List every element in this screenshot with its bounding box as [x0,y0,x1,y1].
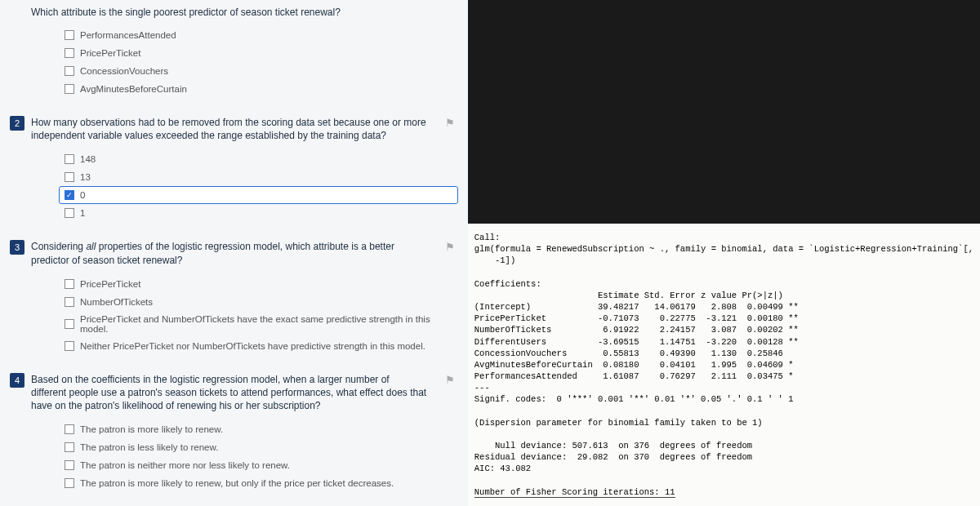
option-label: The patron is more likely to renew, but … [80,478,394,488]
option-label: Neither PricePerTicket nor NumberOfTicke… [80,341,425,351]
option-row[interactable]: NumberOfTickets [59,293,458,311]
option-label: The patron is more likely to renew. [80,424,223,434]
option-label: PricePerTicket [80,279,140,289]
option-row[interactable]: PricePerTicket [59,275,458,293]
checkbox[interactable] [65,66,74,76]
option-label: PricePerTicket and NumberOfTickets have … [80,314,452,334]
q3-prompt-pre: Considering [31,241,86,252]
option-row[interactable]: 13 [59,168,458,186]
checkbox[interactable] [65,297,74,307]
option-label: The patron is less likely to renew. [80,442,218,452]
question-1-options: PerformancesAttendedPricePerTicketConces… [59,26,458,98]
flag-icon[interactable]: ⚑ [442,373,458,387]
question-1: Which attribute is the single poorest pr… [10,7,458,98]
option-label: PerformancesAttended [80,30,176,40]
flag-icon[interactable]: ⚑ [442,116,458,130]
option-row[interactable]: PricePerTicket and NumberOfTickets have … [59,311,458,337]
option-label: 1 [80,208,85,218]
question-4-options: The patron is more likely to renew.The p… [59,420,458,492]
checkbox[interactable] [65,48,74,58]
option-row[interactable]: AvgMinutesBeforeCurtain [59,80,458,98]
option-label: ConcessionVouchers [80,66,168,76]
checkbox[interactable] [65,442,74,452]
question-number: 4 [10,373,24,388]
question-1-prompt: Which attribute is the single poorest pr… [31,7,458,18]
option-row[interactable]: The patron is more likely to renew, but … [59,474,458,492]
option-row[interactable]: 1 [59,204,458,222]
option-label: PricePerTicket [80,48,140,58]
checkbox[interactable] [65,424,74,434]
option-row[interactable]: Neither PricePerTicket nor NumberOfTicke… [59,337,458,355]
question-number: 2 [10,116,24,131]
option-row[interactable]: ConcessionVouchers [59,62,458,80]
question-2-options: 14813✓01 [59,150,458,222]
checkbox[interactable]: ✓ [65,190,74,200]
checkbox[interactable] [65,154,74,164]
option-row[interactable]: 148 [59,150,458,168]
option-row[interactable]: The patron is less likely to renew. [59,438,458,456]
checkbox[interactable] [65,478,74,488]
checkbox[interactable] [65,208,74,218]
option-label: The patron is neither more nor less like… [80,460,290,470]
question-number: 3 [10,240,24,255]
question-3: 3 Considering all properties of the logi… [10,240,458,354]
option-row[interactable]: PerformancesAttended [59,26,458,44]
question-2: 2 How many observations had to be remove… [10,116,458,222]
option-label: 148 [80,154,96,164]
checkbox[interactable] [65,460,74,470]
question-4-prompt: Based on the coefficients in the logisti… [31,373,435,413]
q3-prompt-em: all [86,241,96,252]
option-row[interactable]: ✓0 [59,186,458,204]
checkbox[interactable] [65,319,74,329]
checkbox[interactable] [65,279,74,289]
option-label: 13 [80,172,91,182]
checkbox[interactable] [65,172,74,182]
checkbox[interactable] [65,30,74,40]
option-label: AvgMinutesBeforeCurtain [80,84,187,94]
console-pane: Call: glm(formula = RenewedSubscription … [468,0,980,506]
r-console-output: Call: glm(formula = RenewedSubscription … [468,224,980,506]
checkbox[interactable] [65,84,74,94]
question-4: 4 Based on the coefficients in the logis… [10,373,458,493]
flag-icon[interactable]: ⚑ [442,240,458,254]
question-3-options: PricePerTicketNumberOfTicketsPricePerTic… [59,275,458,355]
question-2-prompt: How many observations had to be removed … [31,116,435,142]
checkbox[interactable] [65,341,74,351]
question-3-prompt: Considering all properties of the logist… [31,240,435,266]
option-row[interactable]: The patron is neither more nor less like… [59,456,458,474]
option-label: NumberOfTickets [80,297,153,307]
option-row[interactable]: The patron is more likely to renew. [59,420,458,438]
option-label: 0 [80,190,85,200]
option-row[interactable]: PricePerTicket [59,44,458,62]
quiz-pane: Which attribute is the single poorest pr… [0,0,468,506]
